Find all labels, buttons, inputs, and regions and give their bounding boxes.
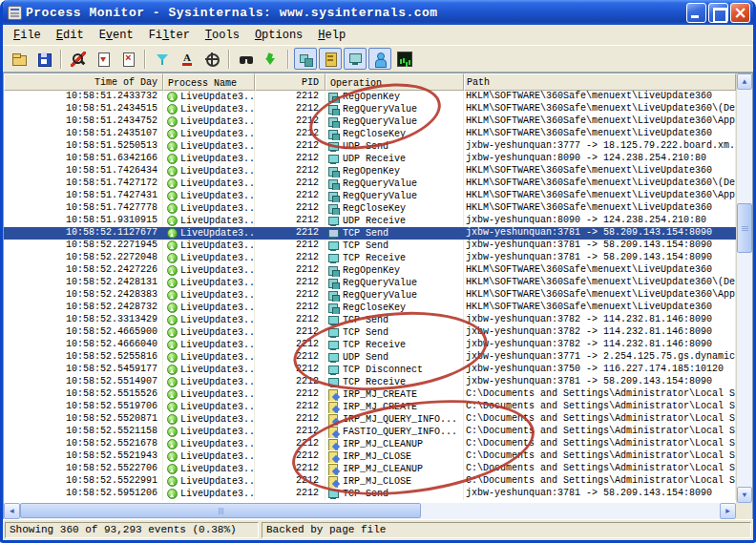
scroll-up-button[interactable]: ▲ [737, 73, 752, 90]
table-row[interactable]: 10:58:52.3313429LiveUpdate3...2212TCP Se… [4, 314, 736, 326]
table-row[interactable]: 10:58:51.2434752LiveUpdate3...2212RegQue… [4, 115, 736, 128]
event-path: jxbw-yeshunquan:3771 -> 2.254.125.75.gs.… [464, 351, 736, 364]
table-row[interactable]: 10:58:52.5522991LiveUpdate3...2212IRP_MJ… [4, 475, 736, 488]
table-row[interactable]: 10:58:51.7427172LiveUpdate3...2212RegQue… [4, 178, 736, 190]
table-row[interactable]: 10:58:51.2435107LiveUpdate3...2212RegClo… [4, 128, 736, 140]
table-row[interactable]: 10:58:52.5522706LiveUpdate3...2212IRP_MJ… [4, 463, 736, 475]
scroll-left-button[interactable]: ◄ [4, 503, 20, 519]
menu-edit[interactable]: Edit [49, 27, 92, 44]
menu-event[interactable]: Event [92, 27, 141, 44]
scroll-down-button[interactable]: ▼ [737, 487, 752, 503]
table-row[interactable]: 10:58:51.7427431LiveUpdate3...2212RegQue… [4, 190, 736, 202]
show-registry-button[interactable] [294, 48, 317, 70]
event-time: 10:58:52.5522706 [4, 463, 163, 475]
horizontal-scroll-track[interactable] [20, 503, 720, 519]
event-pid: 2212 [255, 252, 326, 264]
table-row[interactable]: 10:58:52.5520871LiveUpdate3...2212IRP_MJ… [4, 413, 736, 426]
column-header-path[interactable]: Path [464, 73, 736, 91]
open-log-button[interactable] [8, 48, 31, 70]
clear-display-button[interactable] [116, 48, 139, 70]
process-cell: LiveUpdate3... [163, 413, 255, 426]
title-bar[interactable]: Process Monitor - Sysinternals: www.sysi… [3, 0, 753, 25]
close-button[interactable] [730, 3, 750, 23]
operation-cell: RegCloseKey [326, 202, 464, 215]
process-name: LiveUpdate3... [180, 104, 255, 115]
vertical-scrollbar[interactable]: ▲ ▼ [736, 73, 752, 503]
table-row[interactable]: 10:58:52.2427226LiveUpdate3...2212RegOpe… [4, 264, 736, 277]
highlight-button[interactable] [176, 48, 199, 70]
process-name: LiveUpdate3... [180, 92, 255, 103]
table-row[interactable]: 10:58:52.4665900LiveUpdate3...2212TCP Se… [4, 326, 736, 339]
table-row[interactable]: 10:58:51.9310915LiveUpdate3...2212UDP Re… [4, 215, 736, 227]
menu-filter[interactable]: Filter [141, 27, 198, 44]
status-events-count: Showing 360 of 93,293 events (0.38%) [5, 522, 259, 538]
table-row[interactable]: 10:58:52.2428383LiveUpdate3...2212RegQue… [4, 289, 736, 302]
table-row[interactable]: 10:58:51.7427778LiveUpdate3...2212RegClo… [4, 202, 736, 215]
operation-name: FASTIO_QUERY_INFO... [343, 427, 457, 438]
scroll-right-button[interactable]: ► [720, 503, 736, 519]
event-pid: 2212 [255, 289, 326, 302]
process-cell: LiveUpdate3... [163, 128, 255, 140]
event-pid: 2212 [255, 264, 326, 277]
event-path: jxbw-yeshunquan:8090 -> 124.238.254.210:… [464, 215, 736, 227]
process-icon [167, 240, 178, 251]
table-row[interactable]: 10:58:51.5250513LiveUpdate3...2212UDP Se… [4, 140, 736, 153]
table-row[interactable]: 10:58:52.5514907LiveUpdate3...2212TCP Re… [4, 376, 736, 388]
column-header-pid[interactable]: PID [255, 73, 326, 91]
table-row[interactable]: 10:58:52.5519706LiveUpdate3...2212IRP_MJ… [4, 401, 736, 413]
process-icon [167, 166, 178, 177]
table-row[interactable]: 10:58:52.2428732LiveUpdate3...2212RegClo… [4, 302, 736, 314]
menu-help[interactable]: Help [310, 27, 353, 44]
save-button[interactable] [32, 48, 55, 70]
capture-button[interactable] [67, 48, 90, 70]
net-operation-icon [327, 216, 340, 227]
table-row[interactable]: 10:58:52.5515526LiveUpdate3...2212IRP_MJ… [4, 388, 736, 401]
find-button[interactable] [235, 48, 258, 70]
filter-button[interactable] [151, 48, 174, 70]
table-row[interactable]: 10:58:52.5521678LiveUpdate3...2212IRP_MJ… [4, 438, 736, 450]
column-header-op[interactable]: Operation [326, 73, 464, 91]
show-process-thread-button[interactable] [368, 48, 391, 70]
vertical-scroll-thumb[interactable] [737, 203, 752, 253]
table-row[interactable]: 10:58:52.5951206LiveUpdate3...2212TCP Se… [4, 488, 736, 500]
horizontal-scrollbar[interactable]: ◄ ► [4, 503, 736, 519]
autoscroll-button[interactable] [92, 48, 115, 70]
table-row[interactable]: 10:58:52.2272048LiveUpdate3...2212TCP Re… [4, 252, 736, 264]
event-pid: 2212 [255, 413, 326, 426]
column-header-proc[interactable]: Process Name [163, 73, 255, 91]
table-row[interactable]: 10:58:51.2434515LiveUpdate3...2212RegQue… [4, 103, 736, 115]
table-row[interactable]: 10:58:52.4666040LiveUpdate3...2212TCP Re… [4, 339, 736, 351]
table-row[interactable]: 10:58:51.7426434LiveUpdate3...2212RegOpe… [4, 165, 736, 178]
table-row[interactable]: 10:58:52.2428131LiveUpdate3...2212RegQue… [4, 277, 736, 289]
operation-cell: UDP Receive [326, 215, 464, 227]
process-icon [167, 365, 178, 375]
maximize-button[interactable] [708, 3, 728, 23]
table-row[interactable]: 10:58:52.5521943LiveUpdate3...2212IRP_MJ… [4, 450, 736, 463]
operation-name: TCP Send [343, 315, 388, 326]
table-row[interactable]: 10:58:52.1127677LiveUpdate3...2212TCP Se… [4, 227, 736, 240]
process-icon [167, 228, 178, 239]
menu-file[interactable]: File [6, 27, 49, 44]
event-time: 10:58:52.5520871 [4, 413, 163, 426]
menu-options[interactable]: Options [247, 27, 310, 44]
vertical-scroll-track[interactable] [737, 90, 752, 487]
table-row[interactable]: 10:58:52.2271945LiveUpdate3...2212TCP Se… [4, 240, 736, 252]
table-row[interactable]: 10:58:51.6342166LiveUpdate3...2212UDP Re… [4, 153, 736, 165]
table-row[interactable]: 10:58:51.2433732LiveUpdate3...2212RegOpe… [4, 91, 736, 103]
column-header-time[interactable]: Time of Day [4, 73, 163, 91]
include-process-button[interactable] [200, 48, 223, 70]
horizontal-scroll-thumb[interactable] [20, 503, 421, 518]
event-path: jxbw-yeshunquan:3781 -> 58.209.143.154:8… [464, 488, 736, 500]
minimize-button[interactable] [686, 3, 706, 23]
event-time: 10:58:52.5514907 [4, 376, 163, 388]
jump-to-button[interactable] [260, 48, 283, 70]
show-profiling-button[interactable] [393, 48, 416, 70]
table-row[interactable]: 10:58:52.5521158LiveUpdate3...2212FASTIO… [4, 426, 736, 438]
table-row[interactable]: 10:58:52.5255816LiveUpdate3...2212UDP Se… [4, 351, 736, 364]
show-filesystem-button[interactable] [319, 48, 342, 70]
operation-name: UDP Send [343, 141, 388, 153]
event-time: 10:58:51.6342166 [4, 153, 163, 165]
table-row[interactable]: 10:58:52.5459177LiveUpdate3...2212TCP Di… [4, 364, 736, 376]
show-network-button[interactable] [344, 48, 367, 70]
menu-tools[interactable]: Tools [198, 27, 247, 44]
